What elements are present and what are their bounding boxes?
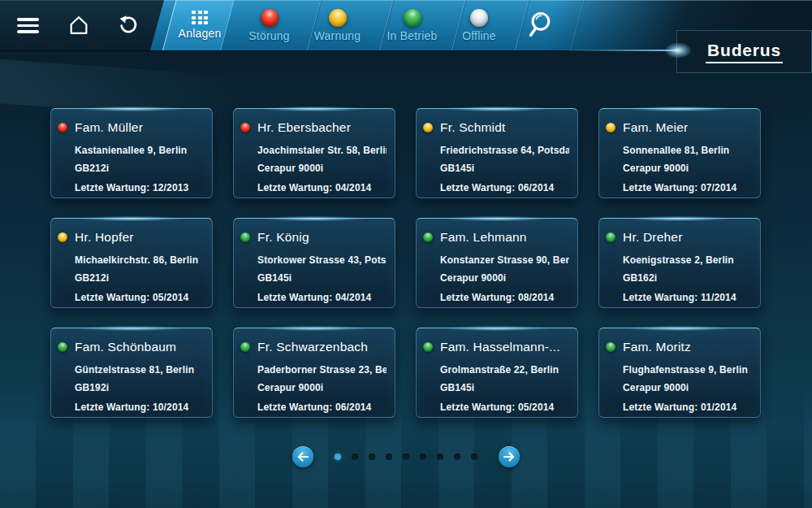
customer-name: Fam. Müller [75,120,143,135]
last-maintenance: Letzte Wartung: 10/2014 [75,402,204,413]
status-dot-icon [58,342,67,352]
arrow-right-icon[interactable] [499,446,520,467]
customer-name: Fam. Meier [623,120,688,135]
address: Güntzelstrasse 81, Berlin [75,364,204,376]
address: Konstanzer Strasse 90, Berl... [440,254,569,266]
pagination [292,446,520,467]
customer-name: Fam. Lehmann [440,230,527,245]
grid-icon [192,11,208,24]
undo-icon[interactable] [116,14,139,37]
page-dot-3[interactable] [369,454,375,460]
page-dot-4[interactable] [386,454,392,460]
plant-card[interactable]: Fam. Hasselmann-... Grolmanstraße 22, Be… [416,328,578,418]
address: Joachimstaler Str. 58, Berlin [257,145,387,156]
tab-label: In Betrieb [387,29,438,42]
arrow-left-icon[interactable] [292,446,313,467]
address: Storkower Strasse 43, Pots... [257,254,387,266]
status-dot-icon [240,232,250,242]
last-maintenance: Letzte Wartung: 04/2014 [257,182,387,193]
status-dot-icon [240,342,250,352]
plant-card[interactable]: Fam. Moritz Flughafenstrasse 9, Berlin C… [598,328,761,418]
status-dot-icon [423,123,433,132]
plant-card[interactable]: Hr. Hopfer Michaelkirchstr. 86, Berlin G… [50,218,213,308]
address: Flughafenstrasse 9, Berlin [623,364,752,376]
customer-name: Fr. Schwarzenbach [257,340,368,354]
plant-card-grid: Fam. Müller Kastanienallee 9, Berlin GB2… [50,108,761,418]
tab-offline[interactable]: Offline [443,0,515,50]
menu-icon[interactable] [16,18,39,33]
customer-name: Hr. Ebersbacher [257,120,351,135]
status-dot-gray-icon [470,9,488,27]
address: Grolmanstraße 22, Berlin [440,364,569,376]
status-dot-icon [423,232,433,242]
device-model: Cerapur 9000i [623,163,752,174]
last-maintenance: Letzte Wartung: 04/2014 [257,292,387,303]
customer-name: Fam. Schönbaum [75,340,176,354]
brand-logo: Buderus [676,30,812,73]
page-dot-5[interactable] [403,454,409,460]
last-maintenance: Letzte Wartung: 12/2013 [75,182,204,193]
customer-name: Fam. Moritz [623,340,691,354]
page-dot-1[interactable] [335,454,341,460]
device-model: Cerapur 9000i [257,382,387,393]
status-dot-icon [58,232,67,242]
plant-card[interactable]: Fam. Schönbaum Güntzelstrasse 81, Berlin… [50,328,213,418]
last-maintenance: Letzte Wartung: 08/2014 [440,292,569,303]
status-dot-icon [240,123,250,132]
page-dot-9[interactable] [471,454,477,460]
plant-card[interactable]: Hr. Dreher Koenigstrasse 2, Berlin GB162… [598,218,761,308]
device-model: GB192i [75,382,204,393]
plant-card[interactable]: Fr. Schwarzenbach Paderborner Strasse 23… [233,328,395,418]
device-model: GB145i [257,272,387,284]
last-maintenance: Letzte Wartung: 06/2014 [440,182,569,193]
tab-label: Offline [462,29,496,42]
device-model: Cerapur 9000i [257,163,387,174]
plant-card[interactable]: Hr. Ebersbacher Joachimstaler Str. 58, B… [233,108,395,198]
plant-card[interactable]: Fam. Meier Sonnenallee 81, Berlin Cerapu… [598,108,761,198]
page-dot-2[interactable] [352,454,358,460]
plant-card[interactable]: Fam. Müller Kastanienallee 9, Berlin GB2… [50,108,213,198]
tab-label: Anlagen [179,27,222,40]
status-dot-icon [423,342,433,352]
tab-in-betrieb[interactable]: In Betrieb [376,0,448,50]
status-dot-icon [606,123,615,132]
customer-name: Fam. Hasselmann-... [440,340,560,354]
status-dot-icon [58,123,67,132]
search-icon[interactable] [512,0,567,50]
page-dot-8[interactable] [454,454,460,460]
status-dot-icon [606,232,615,242]
customer-name: Fr. König [257,230,309,245]
last-maintenance: Letzte Wartung: 06/2014 [257,402,387,413]
tab-label: Warnung [314,29,361,42]
plant-card[interactable]: Fr. Schmidt Friedrichstrasse 64, Potsdam… [416,108,578,198]
tab-stoerung[interactable]: Störung [231,0,307,50]
tab-anlagen[interactable]: Anlagen [165,0,235,50]
status-dot-icon [606,342,615,352]
tab-warnung[interactable]: Warnung [301,0,374,50]
last-maintenance: Letzte Wartung: 11/2014 [623,292,752,303]
brand-logo-text: Buderus [706,41,783,63]
customer-name: Hr. Hopfer [75,230,134,245]
device-model: Cerapur 9000i [623,382,752,393]
last-maintenance: Letzte Wartung: 01/2014 [623,402,752,413]
status-dot-yellow-icon [329,9,347,27]
device-model: GB145i [440,163,569,174]
customer-name: Hr. Dreher [623,230,683,245]
customer-name: Fr. Schmidt [440,120,506,135]
last-maintenance: Letzte Wartung: 07/2014 [623,182,752,193]
page-dot-6[interactable] [420,454,426,460]
device-model: GB145i [440,382,569,393]
last-maintenance: Letzte Wartung: 05/2014 [75,292,204,303]
home-icon[interactable] [67,13,91,37]
device-model: GB162i [623,272,752,284]
device-model: Cerapur 9000i [440,272,569,284]
page-dot-7[interactable] [437,454,443,460]
tab-label: Störung [248,29,289,42]
device-model: GB212i [75,272,204,284]
address: Koenigstrasse 2, Berlin [623,254,752,266]
address: Paderborner Strasse 23, Be... [257,364,387,376]
plant-card[interactable]: Fam. Lehmann Konstanzer Strasse 90, Berl… [416,218,578,308]
status-dot-green-icon [404,9,421,27]
plant-card[interactable]: Fr. König Storkower Strasse 43, Pots... … [233,218,395,308]
address: Michaelkirchstr. 86, Berlin [75,254,204,266]
